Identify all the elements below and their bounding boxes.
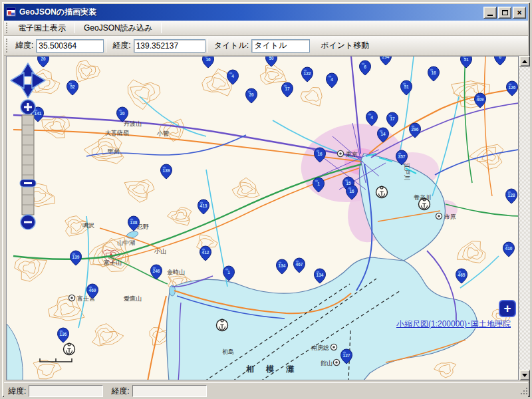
port-anchor-icon: [376, 186, 388, 198]
place-label: 市原: [444, 213, 456, 220]
place-label: 小山: [154, 248, 166, 255]
toolbar-separator: [106, 39, 106, 52]
svg-text:52: 52: [70, 84, 75, 89]
place-label: 南房総: [311, 344, 329, 351]
place-label: 富士山: [104, 259, 122, 266]
svg-text:469: 469: [89, 288, 96, 293]
place-label: 金時山: [167, 269, 185, 275]
svg-text:357: 357: [398, 154, 406, 159]
svg-text:127: 127: [343, 353, 350, 358]
vertical-scrollbar[interactable]: [519, 56, 530, 380]
svg-text:1: 1: [227, 270, 230, 275]
status-longitude-field[interactable]: [132, 385, 207, 397]
coordinate-toolbar: 緯度: 経度: タイトル: ポイント移動: [4, 36, 528, 56]
svg-text:296: 296: [412, 127, 419, 132]
svg-text:51: 51: [404, 84, 409, 89]
svg-text:4: 4: [370, 115, 373, 120]
svg-text:17: 17: [285, 86, 290, 91]
move-point-button[interactable]: ポイント移動: [314, 38, 376, 53]
toolbar-grip[interactable]: [6, 39, 9, 52]
close-button[interactable]: ×: [513, 7, 526, 19]
place-label: 甲州: [108, 148, 120, 155]
denshi-kokudo-button[interactable]: 電子国土表示: [11, 21, 72, 36]
minimize-button[interactable]: [483, 7, 497, 19]
svg-text:50: 50: [269, 57, 274, 61]
svg-text:467: 467: [296, 262, 303, 267]
place-label: 小菅: [156, 130, 169, 137]
status-latitude-field[interactable]: [29, 385, 103, 397]
place-label: 鳴沢: [82, 222, 94, 229]
latitude-label: 緯度:: [15, 40, 33, 51]
city-symbol: [337, 150, 343, 156]
map-attribution-link[interactable]: 小縮尺図(1:200000)･国土地理院: [396, 319, 511, 330]
city-symbol: [68, 295, 74, 301]
svg-text:20: 20: [249, 92, 254, 97]
main-toolbar: 電子国土表示 GeoJSON読み込み: [4, 21, 528, 36]
place-label: 山中湖: [117, 239, 135, 246]
svg-text:126: 126: [509, 85, 516, 90]
window-resize-grip[interactable]: [519, 386, 529, 396]
toolbar-separator: [74, 23, 75, 33]
svg-text:128: 128: [508, 193, 515, 198]
place-label: 丹波山: [124, 120, 142, 127]
svg-text:141: 141: [35, 111, 42, 116]
svg-text:136: 136: [60, 332, 67, 336]
svg-text:4: 4: [231, 74, 234, 78]
svg-text:134: 134: [279, 263, 286, 268]
svg-text:17: 17: [390, 116, 395, 121]
svg-text:465: 465: [458, 273, 466, 277]
latitude-input[interactable]: [36, 39, 104, 53]
city-symbol: [333, 359, 339, 365]
map-viewport[interactable]: 大菩薩嶺丹波山小菅甲州東京江戸川養老川市原鳴沢忍野山中湖富士山小山金時山富士宮愛…: [6, 56, 519, 380]
svg-text:16: 16: [349, 189, 354, 194]
map-canvas[interactable]: 大菩薩嶺丹波山小菅甲州東京江戸川養老川市原鳴沢忍野山中湖富士山小山金時山富士宮愛…: [7, 57, 519, 380]
svg-text:409: 409: [477, 97, 484, 102]
toolbar-grip[interactable]: [6, 23, 9, 33]
svg-text:134: 134: [317, 273, 324, 277]
application-window: GeoJSONの描画実装 × 電子国土表示 GeoJSON読み込み 緯度: 経度…: [0, 0, 532, 399]
svg-text:410: 410: [505, 246, 513, 251]
svg-text:20: 20: [120, 111, 125, 116]
longitude-input[interactable]: [134, 39, 205, 53]
window-title: GeoJSONの描画実装: [19, 7, 482, 18]
svg-text:6: 6: [499, 57, 501, 59]
overview-expand-button[interactable]: +: [499, 300, 516, 317]
place-label: 江戸川: [404, 163, 410, 181]
scroll-down-button[interactable]: [519, 370, 530, 380]
svg-text:15: 15: [346, 181, 351, 186]
svg-text:20: 20: [41, 57, 46, 61]
port-anchor-icon: [64, 343, 75, 355]
scroll-up-button[interactable]: [519, 56, 530, 66]
svg-text:4: 4: [331, 77, 333, 82]
svg-text:16: 16: [431, 70, 436, 75]
status-latitude-label: 緯度:: [8, 386, 26, 397]
place-label: 初島: [222, 348, 234, 355]
svg-text:139: 139: [163, 168, 170, 173]
svg-text:1: 1: [317, 182, 320, 186]
city-symbol: [436, 213, 442, 219]
maximize-button[interactable]: [498, 7, 511, 19]
svg-text:412: 412: [202, 250, 209, 255]
place-label: 大菩薩嶺: [105, 130, 129, 136]
place-label: 東京: [346, 151, 358, 158]
place-label: 愛鷹山: [124, 295, 142, 302]
status-longitude-label: 経度:: [111, 386, 129, 397]
toolbar-separator: [207, 39, 208, 52]
svg-text:413: 413: [200, 203, 207, 208]
longitude-label: 経度:: [112, 40, 130, 51]
place-label: 館山: [321, 360, 332, 366]
point-title-input[interactable]: [251, 39, 310, 53]
geojson-load-button[interactable]: GeoJSON読み込み: [77, 21, 159, 36]
toolbar-separator: [161, 23, 162, 33]
svg-text:138: 138: [130, 220, 138, 225]
title-bar[interactable]: GeoJSONの描画実装 ×: [4, 4, 528, 21]
place-label: 養老川: [414, 194, 432, 201]
svg-text:139: 139: [72, 255, 80, 259]
point-title-label: タイトル:: [214, 40, 249, 51]
svg-text:294: 294: [382, 57, 390, 59]
port-anchor-icon: [217, 319, 228, 331]
svg-text:122: 122: [304, 71, 311, 76]
svg-text:16: 16: [205, 57, 211, 62]
status-bar: 緯度: 経度:: [4, 382, 528, 399]
svg-text:6: 6: [364, 65, 366, 69]
